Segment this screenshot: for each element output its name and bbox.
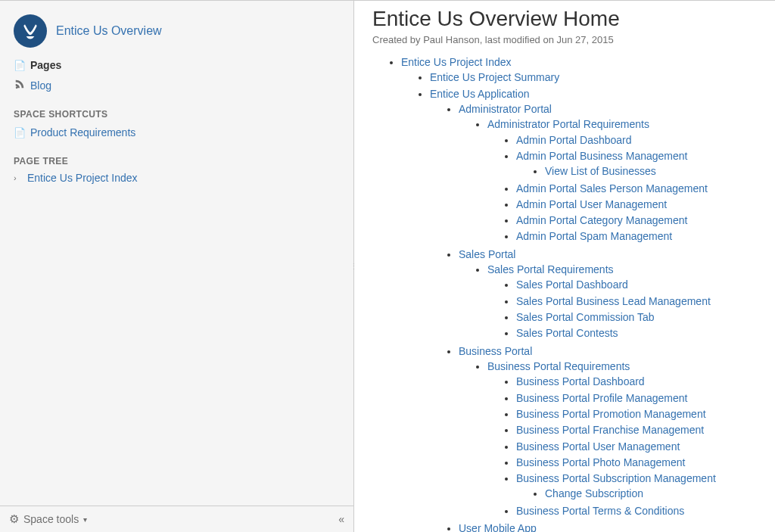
pages-icon <box>14 59 26 71</box>
link-sales-lead-mgmt[interactable]: Sales Portal Business Lead Management <box>516 295 711 307</box>
link-sales-portal[interactable]: Sales Portal <box>459 248 515 260</box>
link-business-franchise-mgmt[interactable]: Business Portal Franchise Management <box>516 424 704 436</box>
nav-blog-label: Blog <box>30 79 51 92</box>
link-business-photo-mgmt[interactable]: Business Portal Photo Management <box>516 456 685 468</box>
sidebar-footer: ⚙ Space tools ▾ « <box>0 506 353 532</box>
shortcut-product-requirements[interactable]: Product Requirements <box>14 123 346 142</box>
chevron-right-icon[interactable]: › <box>14 173 23 182</box>
app-root: Entice Us Overview Pages Blog SPACE SHOR… <box>0 0 775 532</box>
link-admin-dashboard[interactable]: Admin Portal Dashboard <box>516 134 632 146</box>
caret-down-icon: ▾ <box>83 515 87 524</box>
nav-pages-label: Pages <box>30 59 61 71</box>
pagetree-heading: PAGE TREE <box>14 156 346 166</box>
gear-icon: ⚙ <box>9 512 19 526</box>
shortcuts-heading: SPACE SHORTCUTS <box>14 109 346 120</box>
link-change-subscription[interactable]: Change Subscription <box>545 487 643 499</box>
link-project-index[interactable]: Entice Us Project Index <box>401 56 512 68</box>
nav-pages[interactable]: Pages <box>14 55 346 75</box>
page-title: Entice Us Overview Home <box>372 7 760 31</box>
link-business-user-mgmt[interactable]: Business Portal User Management <box>516 440 680 453</box>
link-admin-biz-mgmt[interactable]: Admin Portal Business Management <box>516 150 687 162</box>
link-sales-requirements[interactable]: Sales Portal Requirements <box>487 263 614 275</box>
link-admin-user-mgmt[interactable]: Admin Portal User Management <box>516 198 667 210</box>
main-content: Entice Us Overview Home Created by Paul … <box>354 1 775 532</box>
nav-blog[interactable]: Blog <box>14 75 346 95</box>
link-sales-dashboard[interactable]: Sales Portal Dashboard <box>516 278 628 291</box>
tree-root-item[interactable]: › Entice Us Project Index <box>14 170 346 186</box>
link-admin-spam-mgmt[interactable]: Admin Portal Spam Management <box>516 230 672 242</box>
collapse-sidebar-button[interactable]: « <box>338 513 344 525</box>
link-sales-contests[interactable]: Sales Portal Contests <box>516 327 618 339</box>
space-header[interactable]: Entice Us Overview <box>14 1 346 55</box>
link-business-terms[interactable]: Business Portal Terms & Conditions <box>516 505 684 517</box>
shortcut-product-requirements-label: Product Requirements <box>30 126 135 138</box>
link-user-mobile-app[interactable]: User Mobile App <box>459 522 537 532</box>
link-admin-portal[interactable]: Administrator Portal <box>459 103 552 115</box>
link-business-promotion-mgmt[interactable]: Business Portal Promotion Management <box>516 408 706 420</box>
space-tools-button[interactable]: ⚙ Space tools ▾ <box>9 512 87 526</box>
link-sales-commission[interactable]: Sales Portal Commission Tab <box>516 311 655 323</box>
link-admin-requirements[interactable]: Administrator Portal Requirements <box>487 118 649 130</box>
link-business-portal[interactable]: Business Portal <box>459 345 532 357</box>
page-body: Entice Us Project Index Entice Us Projec… <box>372 54 760 532</box>
link-business-profile-mgmt[interactable]: Business Portal Profile Management <box>516 392 687 404</box>
sidebar-resize-handle[interactable]: ⋮ <box>350 262 356 272</box>
link-admin-sales-person-mgmt[interactable]: Admin Portal Sales Person Management <box>516 182 708 194</box>
link-business-requirements[interactable]: Business Portal Requirements <box>487 360 630 372</box>
link-application[interactable]: Entice Us Application <box>430 88 530 100</box>
document-icon <box>14 126 26 138</box>
space-avatar-icon <box>14 14 47 48</box>
tree-root-link[interactable]: Entice Us Project Index <box>27 172 138 184</box>
link-business-subscription-mgmt[interactable]: Business Portal Subscription Management <box>516 472 716 484</box>
link-admin-category-mgmt[interactable]: Admin Portal Category Management <box>516 214 687 226</box>
sidebar-scroll: Entice Us Overview Pages Blog SPACE SHOR… <box>0 1 353 506</box>
link-project-summary[interactable]: Entice Us Project Summary <box>430 71 559 83</box>
space-tools-label: Space tools <box>23 513 79 525</box>
page-byline: Created by Paul Hanson, last modified on… <box>372 34 760 45</box>
rss-icon <box>14 79 26 92</box>
space-title-link[interactable]: Entice Us Overview <box>56 24 162 38</box>
sidebar: Entice Us Overview Pages Blog SPACE SHOR… <box>0 1 354 532</box>
link-view-list-businesses[interactable]: View List of Businesses <box>545 165 656 177</box>
link-business-dashboard[interactable]: Business Portal Dashboard <box>516 375 645 387</box>
